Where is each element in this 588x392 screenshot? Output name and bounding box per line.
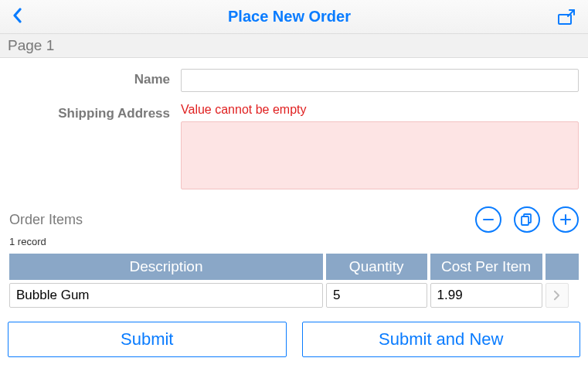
name-label: Name (9, 69, 181, 87)
svg-rect-3 (522, 216, 529, 225)
duplicate-item-button[interactable] (514, 206, 540, 233)
shipping-label: Shipping Address (9, 103, 181, 121)
order-items-title: Order Items (9, 212, 83, 228)
form-area: Name Shipping Address Value cannot be em… (0, 58, 588, 206)
header-bar: Place New Order (0, 0, 588, 34)
quantity-input[interactable] (326, 283, 427, 308)
share-icon[interactable] (554, 9, 579, 26)
button-bar: Submit Submit and New (0, 311, 588, 368)
page-title: Place New Order (228, 8, 351, 26)
table-row (9, 283, 579, 308)
name-row: Name (9, 69, 579, 92)
col-header-actions (546, 254, 580, 280)
submit-button[interactable]: Submit (8, 322, 287, 357)
name-input[interactable] (181, 69, 579, 92)
section-header: Page 1 (0, 34, 588, 58)
add-item-button[interactable] (552, 206, 579, 233)
cost-input[interactable] (430, 283, 542, 308)
col-header-description: Description (9, 254, 323, 280)
order-items-toolbar (475, 206, 579, 233)
shipping-error: Value cannot be empty (181, 103, 579, 117)
order-items-table: Description Quantity Cost Per Item (6, 251, 582, 311)
submit-and-new-button[interactable]: Submit and New (302, 322, 581, 357)
col-header-quantity: Quantity (326, 254, 427, 280)
order-items-bar: Order Items (0, 206, 588, 234)
shipping-row: Shipping Address Value cannot be empty (9, 103, 579, 193)
shipping-input[interactable] (181, 121, 579, 189)
remove-item-button[interactable] (475, 206, 501, 233)
col-header-cost: Cost Per Item (430, 254, 542, 280)
back-icon[interactable] (9, 5, 25, 29)
description-input[interactable] (9, 283, 323, 308)
row-detail-button[interactable] (546, 283, 569, 308)
record-count: 1 record (0, 234, 588, 251)
table-header-row: Description Quantity Cost Per Item (9, 254, 579, 280)
